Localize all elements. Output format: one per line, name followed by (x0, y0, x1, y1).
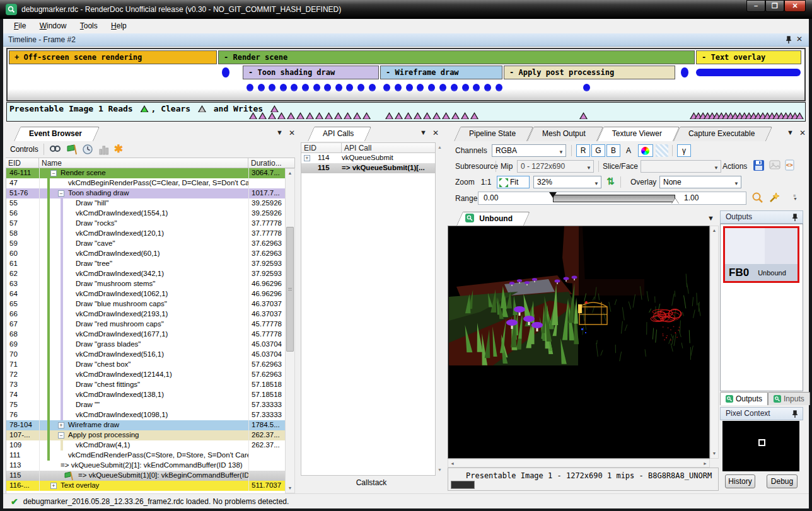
range-black-marker[interactable] (549, 192, 557, 198)
timeline-panel-header[interactable]: Timeline - Frame #2 ✕ (3, 33, 809, 47)
event-row[interactable]: 116-...+Text overlay511.7037 (6, 481, 285, 491)
channel-r-button[interactable]: R (576, 144, 590, 157)
toolbar-overflow-icon[interactable]: ≡▼ (793, 194, 798, 200)
expander-icon[interactable]: − (58, 432, 64, 439)
menu-tools[interactable]: Tools (74, 19, 103, 33)
event-table-scrollbar[interactable]: ▲ ▼ (285, 168, 295, 493)
event-table[interactable]: 46-111−Render scene3064.7...47vkCmdBegin… (6, 168, 285, 493)
zoom-1to1-button[interactable]: 1:1 (478, 176, 494, 188)
texture-viewport[interactable] (448, 226, 710, 459)
event-row[interactable]: 57Draw "rocks"37.77778 (6, 219, 285, 229)
find-icon[interactable] (49, 144, 61, 155)
timeline-bar[interactable]: + Off-screen scene rendering (9, 50, 217, 64)
menu-file[interactable]: File (8, 19, 32, 33)
viewport-vscroll[interactable]: ▲ ▼ (710, 226, 719, 459)
tab-mesh-output[interactable]: Mesh Output (527, 127, 597, 141)
callstack-label[interactable]: Callstack (299, 476, 444, 491)
event-row[interactable]: 74vkCmdDrawIndexed(138,1)57.18518 (6, 390, 285, 400)
gamma-button[interactable]: γ (677, 144, 691, 157)
outputs-header[interactable]: Outputs (720, 210, 803, 224)
event-row[interactable]: 109vkCmdDraw(4,1)262.37... (6, 440, 285, 451)
save-icon[interactable] (753, 159, 765, 172)
range-control[interactable]: 0.00 1.00 (478, 192, 746, 205)
panel-menu-icon[interactable]: ▼ (420, 129, 427, 136)
panel-close-icon[interactable]: ✕ (799, 129, 806, 137)
tab-texture-viewer[interactable]: Texture Viewer (597, 127, 673, 141)
timeline-dot[interactable] (681, 67, 688, 78)
event-row[interactable]: 61Draw "tree"37.92593 (6, 259, 285, 269)
goto-eid-icon[interactable] (66, 144, 78, 155)
open-image-icon[interactable] (769, 159, 782, 172)
scroll-left-icon[interactable]: ◄ (450, 461, 455, 466)
api-table[interactable]: +114vkQueueSubmit115=> vkQueueSubmit(1)[… (301, 153, 436, 476)
api-scroll-up-icon[interactable]: ▲ (438, 145, 442, 149)
scroll-right-icon[interactable]: ► (703, 461, 707, 466)
scroll-up-icon[interactable]: ▲ (711, 226, 717, 235)
minimize-button[interactable]: – (746, 0, 765, 12)
range-slider[interactable] (553, 195, 675, 202)
tab-unbound[interactable]: Unbound (456, 212, 524, 226)
event-row[interactable]: 111vkCmdEndRenderPass(C=Store, D=Store, … (6, 451, 285, 461)
zoom-fit-button[interactable]: Fit (497, 176, 530, 188)
tab-api-calls[interactable]: API Calls (308, 127, 365, 141)
event-row[interactable]: 55Draw "hill"39.25926 (6, 198, 285, 209)
checkerboard-button[interactable] (656, 144, 668, 157)
event-row[interactable]: 68vkCmdDrawIndexed(1677,1)45.77778 (6, 330, 285, 340)
event-row[interactable]: 66vkCmdDrawIndexed(2193,1)46.37037 (6, 309, 285, 319)
flip-y-icon[interactable]: ⇅ (606, 176, 615, 187)
api-call-row[interactable]: +114vkQueueSubmit (301, 153, 435, 163)
panel-close-icon[interactable]: ✕ (289, 129, 295, 137)
channels-combo[interactable]: RGBA▼ (492, 144, 566, 157)
viewport-hscroll[interactable]: ◄ ► (448, 459, 710, 468)
api-table-header[interactable]: EID API Call (301, 142, 436, 153)
event-row[interactable]: 58vkCmdDrawIndexed(120,1)37.77778 (6, 229, 285, 239)
event-row[interactable]: 65Draw "blue mushroom caps"46.37037 (6, 299, 285, 309)
event-row[interactable]: 72vkCmdDrawIndexed(12144,1)57.62963 (6, 370, 285, 380)
mip-combo[interactable]: 0 - 1272x690▼ (517, 160, 594, 173)
event-table-header[interactable]: EID Name Duratio... (6, 158, 295, 168)
tab-capture-executable[interactable]: Capture Executable (673, 127, 766, 141)
api-call-row[interactable]: 115=> vkQueueSubmit(1)[... (301, 163, 435, 173)
timeline-bar[interactable]: - Text overlay (696, 50, 801, 64)
event-row[interactable]: 69Draw "grass blades"45.03704 (6, 340, 285, 350)
scroll-down-icon[interactable]: ▼ (286, 484, 294, 493)
tab-pipeline-state[interactable]: Pipeline State (454, 127, 527, 141)
event-row[interactable]: 64vkCmdDrawIndexed(1062,1)46.96296 (6, 289, 285, 299)
expander-icon[interactable]: + (50, 483, 57, 489)
channel-b-button[interactable]: B (606, 144, 620, 157)
pin-icon[interactable] (785, 36, 792, 44)
panel-menu-icon[interactable]: ▼ (787, 129, 794, 136)
event-row[interactable]: 60vkCmdDrawIndexed(60,1)37.62963 (6, 249, 285, 259)
history-button[interactable]: History (725, 474, 755, 488)
expander-icon[interactable]: − (50, 170, 57, 176)
preview-menu-icon[interactable]: ▼ (707, 214, 714, 222)
timeline-bar[interactable]: - Render scene (218, 50, 695, 64)
timeline-sub-bar[interactable]: - Apply post processing (504, 66, 675, 79)
panel-close-icon[interactable]: ✕ (432, 129, 439, 137)
event-row[interactable]: 47vkCmdBeginRenderPass(C=Clear, D=Clear,… (6, 178, 285, 188)
event-row[interactable]: 113=> vkQueueSubmit(2)[1]: vkEndCommandB… (6, 461, 285, 471)
statistics-icon[interactable] (99, 144, 109, 155)
pixel-context-view[interactable] (722, 421, 799, 471)
tab-outputs[interactable]: Outputs (720, 392, 768, 405)
event-row[interactable]: 67Draw "red mushroom caps"45.77778 (6, 319, 285, 330)
event-row[interactable]: 56vkCmdDrawIndexed(1554,1)39.25926 (6, 209, 285, 219)
autofit-wand-icon[interactable] (768, 192, 780, 204)
scroll-thumb[interactable] (286, 227, 294, 352)
slice-combo[interactable]: ▼ (641, 160, 721, 173)
timeline-sub-bar[interactable]: - Toon shading draw (243, 66, 379, 79)
event-row[interactable]: 51-76−Toon shading draw1017.7... (6, 188, 285, 198)
zoom-range-icon[interactable] (751, 192, 764, 204)
debug-button[interactable]: Debug (767, 474, 798, 488)
tab-event-browser[interactable]: Event Browser (14, 127, 93, 141)
event-row[interactable]: 62vkCmdDrawIndexed(342,1)37.92593 (6, 269, 285, 279)
pin-icon[interactable] (791, 410, 799, 418)
event-row[interactable]: 76vkCmdDrawIndexed(1098,1)57.33333 (6, 410, 285, 420)
api-scroll-down-icon[interactable]: ▼ (438, 468, 442, 472)
event-row[interactable]: 59Draw "cave"37.62963 (6, 239, 285, 249)
event-row[interactable]: 63Draw "mushroom stems"46.96296 (6, 279, 285, 289)
code-icon[interactable]: <> (784, 159, 797, 172)
expander-icon[interactable]: + (58, 422, 64, 428)
menu-help[interactable]: Help (105, 19, 132, 33)
channel-g-button[interactable]: G (591, 144, 605, 157)
